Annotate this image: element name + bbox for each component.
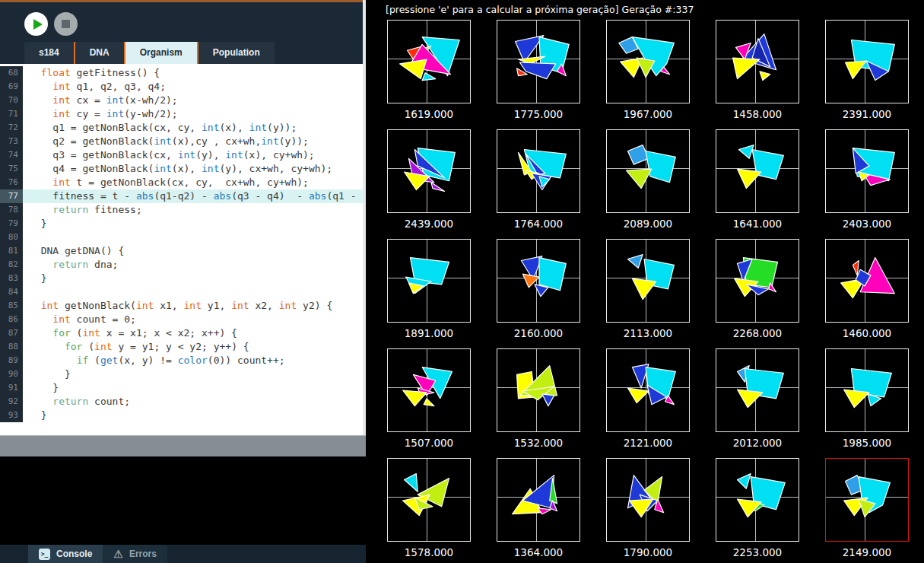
triangle-shape — [737, 169, 760, 189]
code-line: 71 int cy = int(y-wh/2); — [0, 107, 363, 121]
organism-cell[interactable] — [387, 129, 471, 213]
organism-cell[interactable] — [497, 129, 580, 213]
organism-cell[interactable] — [497, 239, 580, 323]
organism-canvas — [388, 21, 470, 103]
organism-canvas — [497, 240, 579, 322]
code-line: 69 int q1, q2, q3, q4; — [0, 80, 363, 94]
organism-cell[interactable] — [606, 348, 690, 432]
organism-slot: 1458.000 — [716, 20, 799, 129]
code-text: q4 = getNonBlack(int(x), int(y), cx+wh, … — [23, 162, 363, 176]
line-number: 78 — [0, 203, 23, 217]
organism-cell[interactable] — [716, 348, 799, 432]
organism-canvas — [716, 240, 799, 322]
run-button[interactable] — [24, 12, 48, 36]
organism-slot: 1764.000 — [497, 129, 580, 239]
console-tab[interactable]: >_ Console — [28, 545, 103, 563]
code-line: 81 DNA getDNA() { — [0, 244, 363, 258]
code-line: 74 q3 = getNonBlack(cx, int(y), int(x), … — [0, 148, 363, 162]
tab-s184[interactable]: s184 — [24, 42, 75, 64]
code-editor[interactable]: 68 float getFitness() {69 int q1, q2, q3… — [0, 64, 363, 425]
errors-tab[interactable]: ⚠ Errors — [103, 545, 167, 563]
organism-canvas — [388, 459, 470, 541]
organism-cell[interactable] — [497, 458, 580, 542]
organism-cell[interactable] — [716, 239, 799, 323]
organism-cell[interactable] — [825, 239, 909, 323]
stop-button[interactable] — [54, 12, 78, 36]
triangle-shape — [538, 508, 551, 514]
triangle-shape — [737, 390, 762, 408]
organism-cell[interactable] — [606, 458, 690, 542]
code-text: int cx = int(x-wh/2); — [23, 94, 363, 107]
triangle-shape — [627, 388, 648, 403]
organism-cell[interactable] — [387, 239, 471, 323]
stop-icon — [62, 20, 70, 28]
triangle-shape — [403, 390, 427, 406]
console-output — [0, 456, 366, 545]
organism-slot: 1891.000 — [387, 239, 471, 348]
organism-canvas — [716, 21, 799, 103]
organism-slot: 2012.000 — [716, 348, 799, 458]
line-number: 92 — [0, 395, 23, 409]
organism-slot: 1619.000 — [387, 20, 471, 129]
organism-cell[interactable] — [716, 20, 799, 103]
organism-cell[interactable] — [825, 348, 909, 432]
triangle-shape — [422, 73, 436, 81]
organism-cell[interactable] — [825, 129, 909, 213]
organism-cell-selected[interactable] — [825, 458, 909, 542]
organism-cell[interactable] — [387, 458, 471, 542]
line-number: 75 — [0, 162, 23, 176]
code-line: 92 return count; — [0, 395, 363, 409]
organism-slot: 1775.000 — [497, 20, 580, 129]
code-line: 76 int t = getNonBlack(cx, cy, cx+wh, cy… — [0, 176, 363, 189]
organism-canvas — [607, 349, 689, 431]
organism-cell[interactable] — [497, 348, 580, 432]
console-tab-label: Console — [56, 549, 92, 559]
code-line: 84 — [0, 285, 363, 299]
tab-population[interactable]: Population — [198, 42, 275, 64]
fitness-value: 2121.000 — [606, 432, 690, 458]
triangle-shape — [627, 255, 643, 269]
organism-cell[interactable] — [606, 239, 690, 323]
organism-slot: 2160.000 — [497, 239, 580, 348]
code-line: 89 if (get(x, y) != color(0)) count++; — [0, 354, 363, 367]
organism-slot: 1578.000 — [387, 458, 471, 563]
organism-cell[interactable] — [606, 20, 690, 103]
line-number: 79 — [0, 217, 23, 231]
organism-cell[interactable] — [387, 348, 471, 432]
fitness-value: 1532.000 — [497, 432, 580, 458]
organism-slot: 2439.000 — [387, 129, 471, 239]
fitness-value: 1364.000 — [497, 542, 580, 563]
triangle-shape — [405, 474, 418, 492]
code-line: 77 fitness = t - abs(q1-q2) - abs(q3 - q… — [0, 189, 363, 203]
line-number: 84 — [0, 285, 23, 299]
code-text: } — [23, 409, 363, 422]
code-text: q2 = getNonBlack(int(x),cy , cx+wh,int(y… — [23, 135, 363, 148]
organism-cell[interactable] — [606, 129, 690, 213]
organism-slot: 1985.000 — [825, 348, 909, 458]
organism-canvas — [388, 349, 470, 431]
tab-organism[interactable]: Organism — [125, 42, 198, 64]
organism-canvas — [826, 240, 908, 322]
triangle-shape — [632, 278, 656, 299]
population-grid: 1619.0001775.0001967.0001458.0002391.000… — [387, 20, 909, 563]
organism-cell[interactable] — [825, 20, 909, 103]
code-line: 88 for (int y = y1; y < y2; y++) { — [0, 340, 363, 354]
code-text: fitness = t - abs(q1-q2) - abs(q3 - q4) … — [23, 189, 363, 203]
tab-dna[interactable]: DNA — [75, 42, 125, 64]
organism-cell[interactable] — [716, 458, 799, 542]
line-number: 83 — [0, 272, 23, 285]
line-number: 88 — [0, 340, 23, 354]
organism-slot: 1460.000 — [825, 239, 909, 348]
organism-cell[interactable] — [716, 129, 799, 213]
horizontal-scrollbar[interactable] — [0, 435, 366, 456]
triangle-shape — [431, 183, 445, 192]
line-number: 70 — [0, 94, 23, 107]
fitness-value: 1891.000 — [387, 323, 471, 348]
organism-cell[interactable] — [387, 20, 471, 103]
line-number: 80 — [0, 231, 23, 244]
organism-cell[interactable] — [497, 20, 580, 103]
generation-status-text: [pressione 'e' para a calcular a próxima… — [386, 4, 694, 15]
organism-slot: 1364.000 — [497, 458, 580, 563]
organism-slot: 2268.000 — [716, 239, 799, 348]
organism-canvas — [607, 21, 689, 103]
